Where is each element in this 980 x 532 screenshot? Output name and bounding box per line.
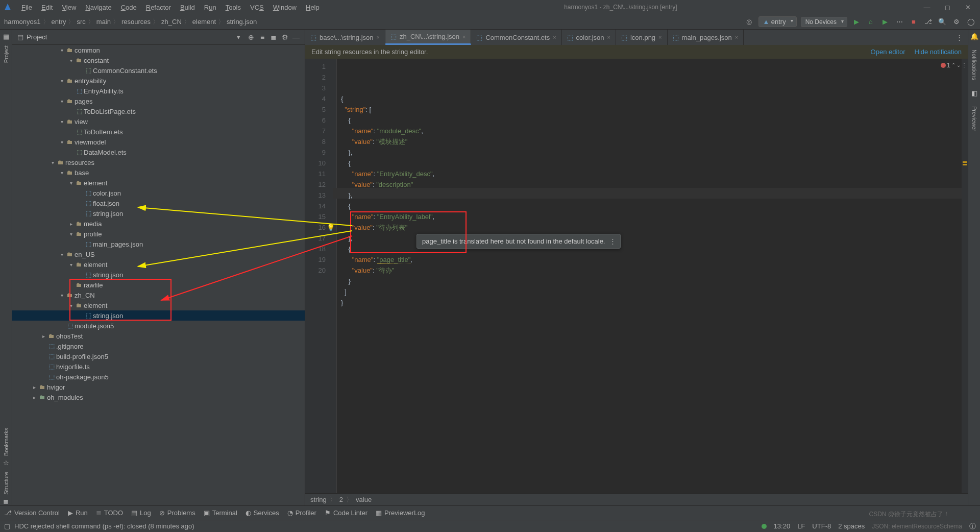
menu-edit[interactable]: Edit: [37, 3, 57, 12]
editor-tab[interactable]: ⬚base\...\string.json×: [305, 30, 385, 45]
menu-tools[interactable]: Tools: [222, 3, 245, 12]
menu-build[interactable]: Build: [176, 3, 199, 12]
tree-twisty-icon[interactable]: ▸: [40, 333, 47, 339]
close-tab-icon[interactable]: ×: [462, 34, 465, 40]
tree-item[interactable]: ⬚string.json: [12, 208, 305, 219]
tree-item[interactable]: ▸🖿media: [12, 219, 305, 229]
project-tree[interactable]: ▾🖿common▾🖿constant⬚CommonConstant.ets▾🖿e…: [12, 45, 305, 505]
tree-item[interactable]: ⬚DataModel.ets: [12, 147, 305, 157]
previewer-tab-label[interactable]: Previewer: [971, 106, 977, 131]
menu-run[interactable]: Run: [200, 3, 220, 12]
select-opened-icon[interactable]: ⊕: [246, 33, 257, 41]
editor-tab[interactable]: ⬚main_pages.json×: [668, 30, 744, 45]
breadcrumb-item[interactable]: main: [96, 18, 111, 26]
menu-code[interactable]: Code: [117, 3, 141, 12]
tree-item[interactable]: ▾🖿pages: [12, 96, 305, 106]
menu-refactor[interactable]: Refactor: [142, 3, 175, 12]
tree-item[interactable]: 🖿rawfile: [12, 280, 305, 290]
project-tab-label[interactable]: Project: [3, 45, 9, 63]
tree-item[interactable]: ▾🖿constant: [12, 55, 305, 65]
close-tab-icon[interactable]: ×: [735, 34, 738, 40]
tree-item[interactable]: ▾🖿entryability: [12, 76, 305, 86]
dropdown-icon[interactable]: ▾: [237, 33, 240, 41]
fold-gutter[interactable]: [330, 59, 337, 493]
tree-item[interactable]: ▸🖿ohosTest: [12, 331, 305, 341]
tree-twisty-icon[interactable]: ▸: [31, 384, 38, 390]
tree-item[interactable]: ⬚color.json: [12, 188, 305, 198]
tree-twisty-icon[interactable]: ▾: [58, 47, 65, 53]
tree-item[interactable]: ⬚EntryAbility.ts: [12, 86, 305, 96]
tree-item[interactable]: ⬚build-profile.json5: [12, 351, 305, 361]
tree-twisty-icon[interactable]: ▾: [67, 58, 75, 63]
menu-vcs[interactable]: VCS: [246, 3, 268, 12]
target-icon[interactable]: ◎: [744, 17, 754, 27]
todo-tab[interactable]: ≣TODO: [96, 509, 123, 517]
tree-item[interactable]: ⬚ToDoItem.ets: [12, 127, 305, 137]
tree-item[interactable]: ⬚float.json: [12, 198, 305, 208]
run-config-dropdown[interactable]: ▲ entry: [758, 16, 797, 27]
menu-navigate[interactable]: Navigate: [81, 3, 115, 12]
run-icon[interactable]: ▶: [851, 17, 862, 27]
menu-help[interactable]: Help: [302, 3, 324, 12]
tree-twisty-icon[interactable]: ▾: [58, 119, 65, 125]
bookmarks-icon[interactable]: ☆: [3, 459, 9, 467]
vcs-icon[interactable]: ⎇: [923, 17, 933, 27]
breadcrumb-item[interactable]: src: [77, 18, 85, 26]
menu-view[interactable]: View: [58, 3, 80, 12]
close-tab-icon[interactable]: ×: [553, 34, 556, 40]
project-tab-icon[interactable]: ▦: [3, 33, 9, 40]
notifications-button-icon[interactable]: ⓘ: [969, 522, 976, 531]
notifications-tab-label[interactable]: Notifications: [971, 50, 977, 80]
structure-tab-label[interactable]: Structure: [3, 472, 9, 495]
tree-twisty-icon[interactable]: ▾: [58, 139, 65, 145]
editor-breadcrumb[interactable]: string〉 2〉 value: [305, 493, 968, 505]
debug-icon[interactable]: ⌂: [866, 17, 876, 27]
tree-item[interactable]: ⬚module.json5: [12, 321, 305, 331]
indent-setting[interactable]: 2 spaces: [838, 522, 865, 530]
menu-file[interactable]: FFileile: [17, 3, 36, 12]
version-control-tab[interactable]: ⎇Version Control: [4, 509, 60, 517]
tree-item[interactable]: ⬚ToDoListPage.ets: [12, 106, 305, 116]
tree-twisty-icon[interactable]: ▾: [58, 99, 65, 104]
tree-item[interactable]: ▾🖿profile: [12, 229, 305, 239]
intention-bulb-icon[interactable]: 💡: [327, 222, 335, 233]
tree-item[interactable]: ▾🖿common: [12, 45, 305, 55]
editor-tab[interactable]: ⬚zh_CN\...\string.json×: [385, 30, 471, 45]
bookmarks-tab-label[interactable]: Bookmarks: [3, 428, 9, 456]
breadcrumb-item[interactable]: zh_CN: [161, 18, 182, 26]
tree-item[interactable]: ▸🖿oh_modules: [12, 392, 305, 402]
editor-tab[interactable]: ⬚color.json×: [562, 30, 616, 45]
close-tab-icon[interactable]: ×: [607, 34, 610, 40]
tree-twisty-icon[interactable]: ▸: [67, 221, 75, 227]
hide-notification-link[interactable]: Hide notification: [915, 48, 962, 56]
code-editor[interactable]: 1234567891011121314151617181920 { "strin…: [305, 59, 968, 493]
schema-label[interactable]: JSON: elementResourceSchema: [872, 523, 962, 530]
attach-icon[interactable]: ⋯: [894, 17, 904, 27]
close-button[interactable]: ✕: [959, 4, 977, 11]
services-tab[interactable]: ◐Services: [246, 509, 279, 517]
tree-twisty-icon[interactable]: ▾: [58, 252, 65, 257]
device-dropdown[interactable]: No Devices: [801, 17, 847, 27]
tree-item[interactable]: ⬚.gitignore: [12, 341, 305, 351]
tree-twisty-icon[interactable]: ▾: [67, 262, 75, 268]
tree-item[interactable]: ▾🖿resources: [12, 157, 305, 167]
minimize-button[interactable]: —: [918, 4, 936, 11]
log-tab[interactable]: ▤Log: [131, 509, 151, 517]
notifications-icon[interactable]: 🔔: [970, 33, 978, 40]
line-ending[interactable]: LF: [797, 522, 805, 530]
breadcrumbs[interactable]: harmonyos1〉entry〉src〉main〉resources〉zh_C…: [4, 17, 257, 27]
tree-item[interactable]: ⬚string.json: [12, 270, 305, 280]
file-encoding[interactable]: UTF-8: [812, 522, 831, 530]
previewerlog-tab[interactable]: ▦PreviewerLog: [376, 509, 425, 517]
coverage-icon[interactable]: ▶: [880, 17, 890, 27]
tree-twisty-icon[interactable]: ▾: [67, 303, 75, 308]
tree-item[interactable]: ⬚string.json: [12, 310, 305, 321]
tree-twisty-icon[interactable]: ▾: [58, 293, 65, 298]
close-tab-icon[interactable]: ×: [377, 34, 380, 40]
tree-item[interactable]: ▾🖿element: [12, 178, 305, 188]
tree-item[interactable]: ⬚main_pages.json: [12, 239, 305, 249]
tree-twisty-icon[interactable]: ▸: [31, 395, 38, 400]
panel-settings-icon[interactable]: ⚙: [279, 33, 290, 41]
tree-item[interactable]: ▾🖿en_US: [12, 249, 305, 259]
open-editor-link[interactable]: Open editor: [871, 48, 905, 56]
